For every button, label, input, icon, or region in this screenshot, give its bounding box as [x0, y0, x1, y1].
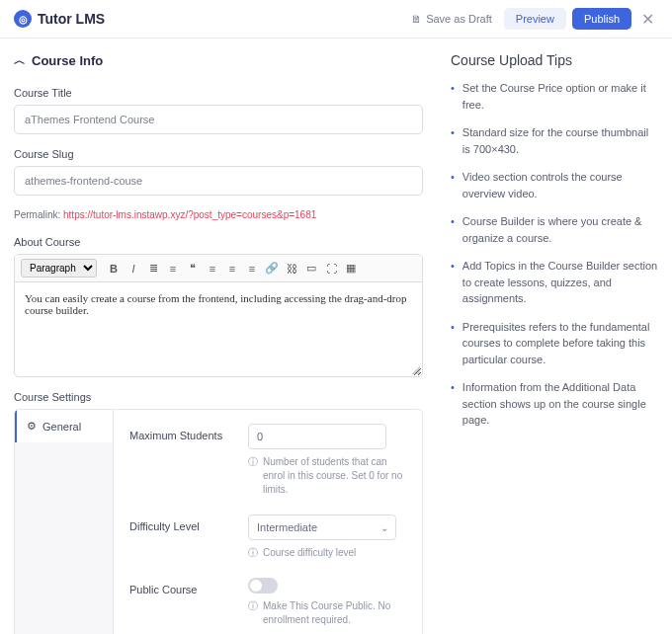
more-icon[interactable]: ▦	[342, 260, 360, 277]
bullet-list-icon[interactable]: ≣	[144, 260, 162, 277]
chevron-up-icon: ︿	[14, 52, 26, 69]
public-course-toggle[interactable]	[248, 578, 278, 594]
info-icon: ⓘ	[248, 546, 258, 560]
tab-general[interactable]: ⚙ General	[15, 410, 113, 442]
brand-text: Tutor LMS	[38, 11, 105, 27]
permalink-row: Permalink: https://tutor-lms.instawp.xyz…	[14, 209, 423, 220]
course-slug-label: Course Slug	[14, 148, 423, 160]
save-icon: 🗎	[411, 13, 422, 25]
brand-logo: ◎ Tutor LMS	[14, 10, 105, 28]
tip-item: Course Builder is where you create & org…	[462, 213, 658, 246]
bold-icon[interactable]: B	[105, 260, 123, 277]
align-right-icon[interactable]: ≡	[243, 260, 261, 277]
unlink-icon[interactable]: ⛓	[283, 260, 300, 277]
difficulty-label: Difficulty Level	[129, 515, 248, 560]
course-title-input[interactable]	[14, 105, 423, 134]
numbered-list-icon[interactable]: ≡	[164, 260, 182, 277]
info-icon: ⓘ	[248, 599, 258, 613]
fullscreen-icon[interactable]: ⛶	[322, 260, 340, 277]
course-title-label: Course Title	[14, 87, 423, 99]
course-settings-heading: Course Settings	[14, 391, 423, 403]
tab-general-label: General	[42, 421, 81, 433]
align-left-icon[interactable]: ≡	[204, 260, 221, 277]
tips-heading: Course Upload Tips	[451, 52, 658, 68]
link-icon[interactable]: 🔗	[263, 260, 281, 277]
tip-item: Standard size for the course thumbnail i…	[462, 124, 658, 157]
course-info-title: Course Info	[32, 53, 103, 68]
max-students-input[interactable]	[248, 424, 386, 449]
course-slug-input[interactable]	[14, 166, 423, 196]
info-icon: ⓘ	[248, 455, 258, 469]
max-students-label: Maximum Students	[129, 424, 248, 497]
tip-item: Information from the Additional Data sec…	[462, 379, 658, 429]
editor-toolbar: Paragraph B I ≣ ≡ ❝ ≡ ≡ ≡ 🔗 ⛓ ▭ ⛶ ▦	[15, 255, 422, 282]
close-icon[interactable]: ✕	[637, 10, 658, 29]
tip-item: Prerequisites refers to the fundamental …	[462, 319, 658, 368]
tips-list: Set the Course Price option or make it f…	[451, 80, 658, 429]
permalink-url[interactable]: https://tutor-lms.instawp.xyz/?post_type…	[63, 209, 316, 220]
tip-item: Set the Course Price option or make it f…	[462, 80, 658, 113]
image-icon[interactable]: ▭	[302, 260, 320, 277]
public-course-label: Public Course	[129, 578, 248, 627]
difficulty-hint: Course difficulty level	[263, 546, 356, 560]
permalink-label: Permalink:	[14, 209, 60, 220]
rich-editor: Paragraph B I ≣ ≡ ❝ ≡ ≡ ≡ 🔗 ⛓ ▭ ⛶ ▦ You …	[14, 254, 423, 377]
public-course-hint: Make This Course Public. No enrollment r…	[263, 599, 406, 627]
quote-icon[interactable]: ❝	[184, 260, 202, 277]
align-center-icon[interactable]: ≡	[223, 260, 241, 277]
tip-item: Add Topics in the Course Builder section…	[462, 258, 658, 307]
about-course-label: About Course	[14, 236, 423, 248]
save-draft-label: Save as Draft	[426, 13, 492, 25]
gear-icon: ⚙	[27, 420, 37, 433]
publish-button[interactable]: Publish	[572, 8, 631, 30]
preview-button[interactable]: Preview	[504, 8, 566, 30]
max-students-hint: Number of students that can enrol in thi…	[263, 455, 406, 497]
editor-textarea[interactable]: You can easily create a course from the …	[15, 282, 422, 376]
format-select[interactable]: Paragraph	[21, 259, 97, 277]
italic-icon[interactable]: I	[125, 260, 142, 277]
course-info-toggle[interactable]: ︿ Course Info	[14, 52, 423, 69]
save-draft-button[interactable]: 🗎 Save as Draft	[405, 9, 498, 29]
brand-icon: ◎	[14, 10, 32, 28]
difficulty-select[interactable]: Intermediate	[248, 515, 396, 540]
tip-item: Video section controls the course overvi…	[462, 169, 658, 201]
